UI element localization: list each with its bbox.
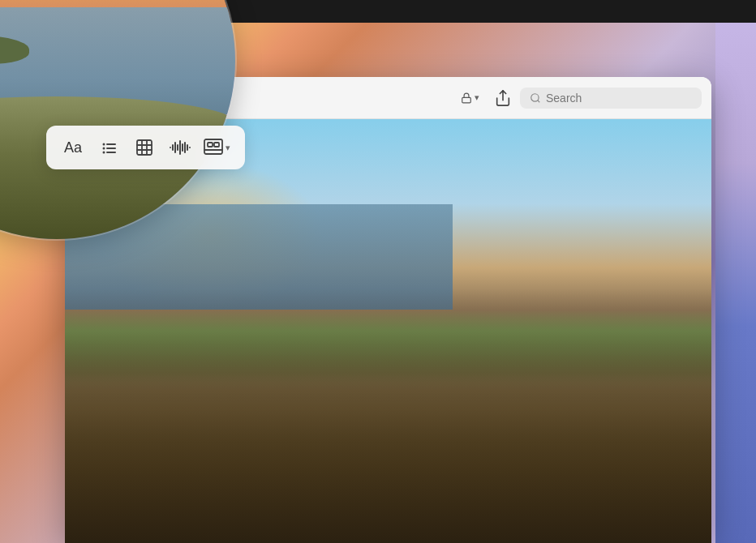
search-input[interactable]: Search xyxy=(546,92,692,105)
wave-icon xyxy=(170,139,191,156)
lock-chevron: ▾ xyxy=(475,92,479,103)
svg-point-6 xyxy=(103,148,105,150)
magnify-circle xyxy=(0,0,235,239)
share-icon xyxy=(494,89,512,107)
svg-point-8 xyxy=(103,152,105,154)
media-dropdown-button[interactable]: ▾ xyxy=(200,135,234,160)
list-button[interactable] xyxy=(93,132,124,163)
lock-icon xyxy=(461,92,472,104)
svg-point-2 xyxy=(531,93,539,100)
share-button[interactable] xyxy=(491,86,515,110)
magnify-inner xyxy=(0,0,235,239)
svg-rect-0 xyxy=(462,97,471,102)
svg-point-4 xyxy=(103,143,105,146)
right-sidebar xyxy=(715,0,756,543)
media-dropdown-chevron: ▾ xyxy=(226,143,230,153)
svg-line-3 xyxy=(538,100,540,102)
list-icon xyxy=(99,138,118,157)
search-bar[interactable]: Search xyxy=(520,88,702,109)
svg-rect-25 xyxy=(208,143,213,147)
table-button[interactable] xyxy=(129,132,160,163)
audio-button[interactable] xyxy=(165,132,195,163)
svg-rect-26 xyxy=(214,143,219,147)
search-icon xyxy=(530,92,541,104)
people-area xyxy=(65,353,711,543)
magnify-toolbar: Aa xyxy=(46,126,245,169)
font-icon: Aa xyxy=(64,139,82,156)
font-format-button[interactable]: Aa xyxy=(58,132,88,163)
svg-rect-10 xyxy=(137,140,152,155)
media-icon xyxy=(204,139,223,156)
table-icon xyxy=(135,138,154,157)
lock-button[interactable]: ▾ xyxy=(454,89,486,107)
